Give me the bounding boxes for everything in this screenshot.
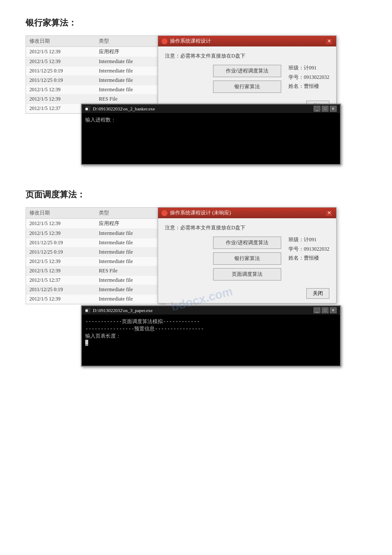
section-page: 页面调度算法： 修改日期 类型 2012/1/5 12:39应用程序2012/1… (26, 189, 366, 369)
scene-page: 修改日期 类型 2012/1/5 12:39应用程序2012/1/5 12:39… (26, 207, 366, 369)
table-cell: 2012/1/5 12:39 (26, 47, 95, 57)
cmd-min-2[interactable]: _ (314, 307, 320, 313)
info-name-1: 姓名：曹恒楼 (288, 82, 329, 91)
dialog-notice-1: 注意：必需将本文件直接放在D盘下 (165, 52, 329, 60)
table-cell: 2011/12/25 0:19 (26, 285, 95, 295)
dialog-titlebar-2: 操作系统课程设计 (未响应) ✕ (158, 208, 336, 218)
title-icon-1 (161, 38, 167, 44)
cmd-banker: ■ D:\0913022032\os_2_banker.exe _ □ ✕ 输入… (81, 104, 341, 165)
dialog-info-1: 班级：计091 学号：0913022032 姓名：曹恒楼 (288, 64, 329, 91)
cmd-title-text-2: D:\0913022032\os_3_paper.exe (93, 308, 153, 313)
table-cell: Intermediate file (95, 66, 166, 76)
table-cell: Intermediate file (95, 57, 166, 66)
info-name-2: 姓名：曹恒楼 (288, 254, 329, 263)
table-cell: Intermediate file (95, 238, 166, 248)
section-banker: 银行家算法： 修改日期 类型 2012/1/5 12:39应用程序2012/1/… (26, 17, 366, 172)
cmd-body-2: ------------页面调度算法模拟------------ -------… (82, 315, 340, 366)
cmd-close-2[interactable]: ✕ (330, 307, 337, 313)
cmd-max-2[interactable]: □ (322, 307, 329, 313)
btn-job-scheduling-1[interactable]: 作业/进程调度算法 (213, 65, 281, 77)
table-cell: 应用程序 (95, 219, 166, 229)
table-cell: Intermediate file (95, 295, 166, 304)
table-cell: Intermediate file (95, 76, 166, 85)
table-cell: 2012/1/5 12:37 (26, 276, 95, 285)
cmd-prompt-1: 输入进程数： (85, 117, 116, 123)
dialog-close-x-2[interactable]: ✕ (325, 210, 333, 217)
cmd-max-1[interactable]: □ (322, 106, 329, 112)
info-class-1: 班级：计091 (288, 64, 329, 73)
dialog-page: 操作系统课程设计 (未响应) ✕ 注意：必需将本文件直接放在D盘下 班级：计09… (158, 207, 337, 304)
table-cell: RES File (95, 266, 166, 276)
col-date-1: 修改日期 (26, 36, 95, 47)
title-icon-2 (161, 210, 167, 216)
col-type-2: 类型 (95, 208, 166, 219)
table-cell: 2011/12/25 0:19 (26, 238, 95, 248)
cmd-title-text-1: D:\0913022032\os_2_banker.exe (93, 106, 155, 111)
cmd-controls-2: _ □ ✕ (314, 307, 337, 313)
cmd-titlebar-2: ■ D:\0913022032\os_3_paper.exe _ □ ✕ (82, 306, 340, 315)
explorer-table-2: 修改日期 类型 2012/1/5 12:39应用程序2012/1/5 12:39… (26, 207, 166, 304)
table-cell: 2012/1/5 12:39 (26, 295, 95, 304)
table-cell: 2012/1/5 12:39 (26, 85, 95, 95)
table-cell: Intermediate file (95, 248, 166, 257)
info-class-2: 班级：计091 (288, 235, 329, 245)
dialog-close-x-1[interactable]: ✕ (325, 38, 333, 45)
scene-banker: 修改日期 类型 2012/1/5 12:39应用程序2012/1/5 12:39… (26, 35, 366, 172)
table-cell: Intermediate file (95, 229, 166, 238)
table-cell: Intermediate file (95, 276, 166, 285)
table-cell: 应用程序 (95, 47, 166, 57)
col-type-1: 类型 (95, 36, 166, 47)
table-cell: 2012/1/5 12:39 (26, 57, 95, 66)
cmd-body-1: 输入进程数： (82, 113, 340, 164)
cmd-min-1[interactable]: _ (314, 106, 320, 112)
info-id-1: 学号：0913022032 (288, 73, 329, 82)
table-cell: 2011/12/25 0:19 (26, 248, 95, 257)
btn-banker-2[interactable]: 银行家算法 (213, 252, 281, 265)
table-cell: Intermediate file (95, 285, 166, 295)
cmd-icon-2: ■ (85, 308, 90, 313)
btn-close-2[interactable]: 关闭 (306, 288, 329, 299)
explorer-table-1: 修改日期 类型 2012/1/5 12:39应用程序2012/1/5 12:39… (26, 35, 166, 114)
cmd-line1: ------------页面调度算法模拟------------ (85, 318, 337, 325)
btn-banker[interactable]: 银行家算法 (213, 81, 281, 93)
table-cell: 2011/12/25 0:19 (26, 76, 95, 85)
table-cell: 2012/1/5 12:39 (26, 95, 95, 104)
table-cell: Intermediate file (95, 85, 166, 95)
dialog-notice-2: 注意：必需将本文件直接放在D盘下 (165, 224, 329, 231)
cmd-icon-1: ■ (85, 106, 90, 111)
section-title-banker: 银行家算法： (26, 17, 366, 29)
cmd-page: ■ D:\0913022032\os_3_paper.exe _ □ ✕ ---… (81, 305, 341, 367)
table-cell: 2012/1/5 12:39 (26, 266, 95, 276)
cmd-close-1[interactable]: ✕ (330, 106, 337, 112)
col-date-2: 修改日期 (26, 208, 95, 219)
table-cell: 2012/1/5 12:39 (26, 229, 95, 238)
table-cell: 2011/12/25 0:19 (26, 66, 95, 76)
cmd-prompt-2: 输入页表长度： (85, 332, 337, 340)
table-cell: 2012/1/5 12:39 (26, 219, 95, 229)
table-cell: RES File (95, 95, 166, 104)
dialog-title-2: 操作系统课程设计 (未响应) (170, 209, 231, 217)
section-title-page: 页面调度算法： (26, 189, 366, 200)
dialog-title-1: 操作系统课程设计 (170, 38, 211, 45)
table-cell: 2012/1/5 12:39 (26, 257, 95, 266)
cmd-controls-1: _ □ ✕ (314, 106, 337, 112)
table-cell: Intermediate file (95, 257, 166, 266)
info-id-2: 学号：0913022032 (288, 245, 329, 254)
cmd-line2: ----------------预置信息---------------- (85, 325, 337, 332)
btn-job-scheduling-2[interactable]: 作业/进程调度算法 (213, 237, 281, 249)
dialog-titlebar-1: 操作系统课程设计 ✕ (158, 36, 336, 46)
cmd-titlebar-1: ■ D:\0913022032\os_2_banker.exe _ □ ✕ (82, 104, 340, 113)
dialog-info-2: 班级：计091 学号：0913022032 姓名：曹恒楼 (288, 235, 329, 263)
dialog-footer-2: 关闭 (158, 286, 336, 303)
btn-page-scheduling[interactable]: 页面调度算法 (213, 268, 281, 280)
